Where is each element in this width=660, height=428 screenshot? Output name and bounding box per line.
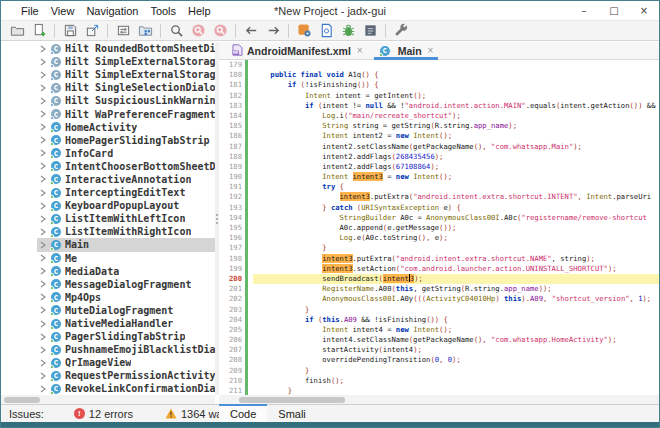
editor-hscrollbar-thumb[interactable] (239, 397, 345, 403)
maximize-button[interactable]: □ (599, 1, 629, 20)
expand-chevron-icon[interactable] (39, 385, 50, 393)
menu-item-tools[interactable]: Tools (144, 5, 182, 17)
tree-item[interactable]: cInterceptingEditText (1, 186, 215, 199)
expand-chevron-icon[interactable] (39, 136, 50, 144)
expand-chevron-icon[interactable] (39, 162, 50, 170)
expand-chevron-icon[interactable] (39, 254, 50, 262)
tree-item[interactable]: cRevokeLinkConfirmationDialog (1, 382, 215, 395)
text-search-button[interactable] (165, 21, 187, 40)
expand-chevron-icon[interactable] (39, 71, 50, 79)
tree-item[interactable]: cHilt_WaPreferenceFragment (1, 107, 215, 120)
export-button[interactable] (81, 21, 103, 40)
save-all-button[interactable] (59, 21, 81, 40)
line-number: 181 (219, 80, 245, 90)
expand-chevron-icon[interactable] (39, 149, 50, 157)
expand-chevron-icon[interactable] (39, 189, 50, 197)
expand-chevron-icon[interactable] (39, 320, 50, 328)
log-viewer-button[interactable] (359, 21, 381, 40)
tree-item[interactable]: cMuteDialogFragment (1, 304, 215, 317)
expand-chevron-icon[interactable] (39, 228, 50, 236)
expand-chevron-icon[interactable] (39, 84, 50, 92)
tab-smali[interactable]: Smali (267, 404, 317, 423)
expand-chevron-icon[interactable] (39, 280, 50, 288)
expand-chevron-icon[interactable] (39, 372, 50, 380)
code-line-text: } catch (URISyntaxException e) { (253, 203, 659, 213)
tree-item-label: Me (65, 253, 77, 264)
tree-item[interactable]: cHilt_SimpleExternalStorageSt (1, 68, 215, 81)
class-icon: c (51, 319, 61, 329)
quark-button[interactable] (315, 21, 337, 40)
tree-item[interactable]: cMe (1, 252, 215, 265)
editor-hscrollbar[interactable] (219, 395, 659, 404)
reload-button[interactable] (112, 21, 134, 40)
code-line: 189 intent2.addFlags(67108864); (219, 162, 659, 172)
tree-item[interactable]: cHomePagerSlidingTabStrip (1, 134, 215, 147)
tree-item[interactable]: cHomeActivity (1, 121, 215, 134)
tree-item[interactable]: cListItemWithLeftIcon (1, 212, 215, 225)
close-button[interactable]: × (629, 1, 659, 20)
forward-button[interactable] (262, 21, 284, 40)
expand-chevron-icon[interactable] (39, 175, 50, 183)
expand-chevron-icon[interactable] (39, 359, 50, 367)
change-marker-icon (245, 70, 248, 80)
tree-item[interactable]: cNativeMediaHandler (1, 317, 215, 330)
code-line-text: A0c.append(e.getMessage()); (253, 223, 659, 233)
tree-item[interactable]: cPushnameEmojiBlacklistDialog (1, 343, 215, 356)
tree-hscrollbar[interactable] (1, 395, 215, 404)
back-button[interactable] (240, 21, 262, 40)
expand-chevron-icon[interactable] (39, 58, 50, 66)
expand-chevron-icon[interactable] (39, 215, 50, 223)
expand-chevron-icon[interactable] (39, 306, 50, 314)
expand-chevron-icon[interactable] (39, 241, 50, 249)
code-line-text: Intent intent2 = new Intent(); (253, 131, 659, 141)
tree-hscrollbar-thumb[interactable] (4, 397, 40, 403)
expand-chevron-icon[interactable] (39, 97, 50, 105)
tab-main[interactable]: c Main × (371, 42, 442, 59)
tree-item[interactable]: cPagerSlidingTabStrip (1, 330, 215, 343)
tree-item[interactable]: cIntentChooserBottomSheetDial (1, 160, 215, 173)
tree-item[interactable]: cListItemWithRightIcon (1, 225, 215, 238)
menu-item-file[interactable]: File (15, 5, 45, 17)
menu-item-navigation[interactable]: Navigation (80, 5, 144, 17)
packages-button[interactable] (134, 21, 156, 40)
expand-chevron-icon[interactable] (39, 293, 50, 301)
class-tree[interactable]: cHilt_RoundedBottomSheetDialogcHilt_Simp… (1, 42, 215, 395)
close-tab-icon[interactable]: × (357, 45, 363, 56)
tree-item[interactable]: cMessageDialogFragment (1, 278, 215, 291)
expand-chevron-icon[interactable] (39, 202, 50, 210)
tree-item[interactable]: cHilt_SuspiciousLinkWarningDi (1, 94, 215, 107)
tree-item[interactable]: cQrImageView (1, 356, 215, 369)
expand-chevron-icon[interactable] (39, 110, 50, 118)
expand-chevron-icon[interactable] (39, 45, 50, 53)
tree-item[interactable]: cHilt_SimpleExternalStorageSt (1, 55, 215, 68)
menu-item-view[interactable]: View (45, 5, 81, 17)
tab-androidmanifest[interactable]: MF AndroidManifest.xml × (224, 42, 371, 59)
change-marker-icon (245, 101, 248, 111)
debugger-button[interactable] (337, 21, 359, 40)
tree-item[interactable]: cMp4Ops (1, 291, 215, 304)
tree-item[interactable]: cMediaData (1, 265, 215, 278)
tree-item[interactable]: cMain (1, 238, 215, 251)
tree-item[interactable]: cInfoCard (1, 147, 215, 160)
expand-chevron-icon[interactable] (39, 123, 50, 131)
add-files-button[interactable] (28, 21, 50, 40)
deobfuscation-button[interactable] (293, 21, 315, 40)
class-search-button[interactable] (187, 21, 209, 40)
code-editor[interactable]: 179180 public final void A1q() {181 if (… (219, 60, 659, 395)
tree-item[interactable]: cHilt_SingleSelectionDialogFr (1, 81, 215, 94)
expand-chevron-icon[interactable] (39, 267, 50, 275)
menu-item-help[interactable]: Help (182, 5, 217, 17)
tab-code[interactable]: Code (219, 404, 267, 423)
minimize-button[interactable]: – (569, 1, 599, 20)
tree-item[interactable]: cHilt_RoundedBottomSheetDialog (1, 42, 215, 55)
open-file-button[interactable] (6, 21, 28, 40)
tree-item[interactable]: cRequestPermissionActivity (1, 369, 215, 382)
comment-search-button[interactable] (209, 21, 231, 40)
tree-item[interactable]: cInteractiveAnnotation (1, 173, 215, 186)
line-number: 197 (219, 243, 245, 253)
close-tab-icon[interactable]: × (428, 45, 434, 56)
preferences-button[interactable] (390, 21, 412, 40)
expand-chevron-icon[interactable] (39, 333, 50, 341)
tree-item[interactable]: cKeyboardPopupLayout (1, 199, 215, 212)
expand-chevron-icon[interactable] (39, 346, 50, 354)
